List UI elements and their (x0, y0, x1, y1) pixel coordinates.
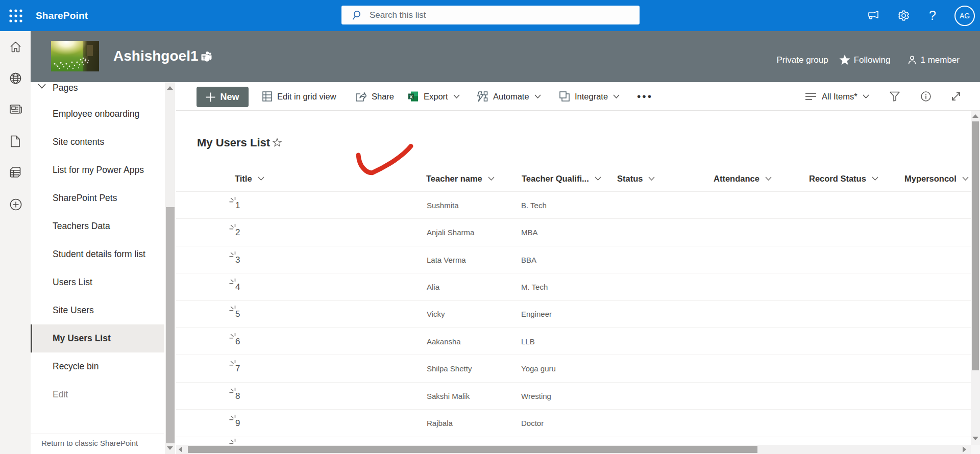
svg-text:X: X (409, 94, 413, 99)
